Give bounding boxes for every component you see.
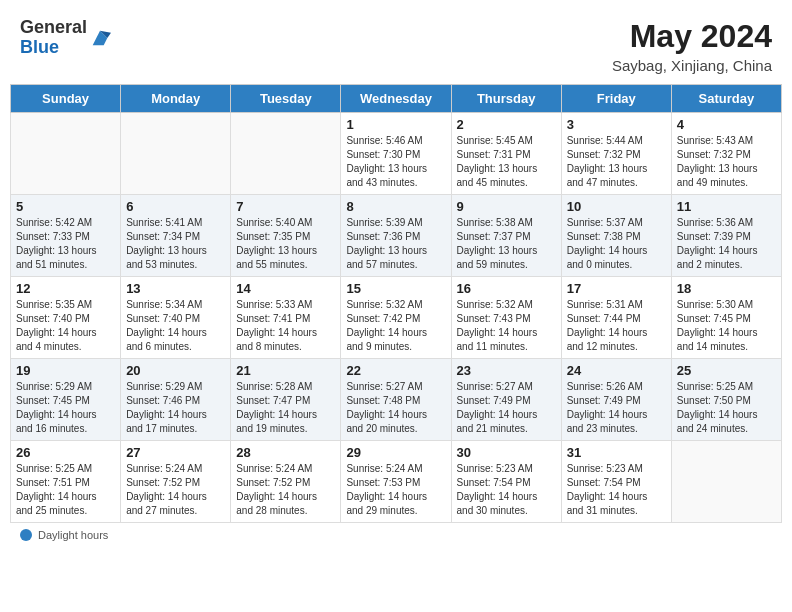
day-info: Sunrise: 5:24 AMSunset: 7:52 PMDaylight:…: [126, 462, 225, 518]
table-row: 11Sunrise: 5:36 AMSunset: 7:39 PMDayligh…: [671, 195, 781, 277]
day-number: 4: [677, 117, 776, 132]
day-info: Sunrise: 5:45 AMSunset: 7:31 PMDaylight:…: [457, 134, 556, 190]
table-row: 4Sunrise: 5:43 AMSunset: 7:32 PMDaylight…: [671, 113, 781, 195]
day-number: 26: [16, 445, 115, 460]
day-number: 9: [457, 199, 556, 214]
col-thursday: Thursday: [451, 85, 561, 113]
day-number: 19: [16, 363, 115, 378]
day-number: 12: [16, 281, 115, 296]
day-number: 3: [567, 117, 666, 132]
day-number: 1: [346, 117, 445, 132]
table-row: 3Sunrise: 5:44 AMSunset: 7:32 PMDaylight…: [561, 113, 671, 195]
day-info: Sunrise: 5:30 AMSunset: 7:45 PMDaylight:…: [677, 298, 776, 354]
calendar-week-row: 1Sunrise: 5:46 AMSunset: 7:30 PMDaylight…: [11, 113, 782, 195]
col-tuesday: Tuesday: [231, 85, 341, 113]
table-row: 2Sunrise: 5:45 AMSunset: 7:31 PMDaylight…: [451, 113, 561, 195]
table-row: 8Sunrise: 5:39 AMSunset: 7:36 PMDaylight…: [341, 195, 451, 277]
table-row: 18Sunrise: 5:30 AMSunset: 7:45 PMDayligh…: [671, 277, 781, 359]
table-row: 5Sunrise: 5:42 AMSunset: 7:33 PMDaylight…: [11, 195, 121, 277]
day-number: 17: [567, 281, 666, 296]
page-header: General Blue May 2024 Saybag, Xinjiang, …: [10, 10, 782, 78]
day-number: 8: [346, 199, 445, 214]
day-info: Sunrise: 5:39 AMSunset: 7:36 PMDaylight:…: [346, 216, 445, 272]
table-row: 30Sunrise: 5:23 AMSunset: 7:54 PMDayligh…: [451, 441, 561, 523]
day-info: Sunrise: 5:31 AMSunset: 7:44 PMDaylight:…: [567, 298, 666, 354]
table-row: [671, 441, 781, 523]
day-number: 13: [126, 281, 225, 296]
table-row: 23Sunrise: 5:27 AMSunset: 7:49 PMDayligh…: [451, 359, 561, 441]
table-row: 16Sunrise: 5:32 AMSunset: 7:43 PMDayligh…: [451, 277, 561, 359]
table-row: 22Sunrise: 5:27 AMSunset: 7:48 PMDayligh…: [341, 359, 451, 441]
day-info: Sunrise: 5:43 AMSunset: 7:32 PMDaylight:…: [677, 134, 776, 190]
col-monday: Monday: [121, 85, 231, 113]
day-number: 20: [126, 363, 225, 378]
day-info: Sunrise: 5:23 AMSunset: 7:54 PMDaylight:…: [567, 462, 666, 518]
table-row: [121, 113, 231, 195]
table-row: 25Sunrise: 5:25 AMSunset: 7:50 PMDayligh…: [671, 359, 781, 441]
day-number: 27: [126, 445, 225, 460]
day-info: Sunrise: 5:26 AMSunset: 7:49 PMDaylight:…: [567, 380, 666, 436]
table-row: 7Sunrise: 5:40 AMSunset: 7:35 PMDaylight…: [231, 195, 341, 277]
day-number: 29: [346, 445, 445, 460]
day-info: Sunrise: 5:29 AMSunset: 7:45 PMDaylight:…: [16, 380, 115, 436]
calendar-week-row: 5Sunrise: 5:42 AMSunset: 7:33 PMDaylight…: [11, 195, 782, 277]
table-row: 28Sunrise: 5:24 AMSunset: 7:52 PMDayligh…: [231, 441, 341, 523]
day-number: 31: [567, 445, 666, 460]
day-number: 23: [457, 363, 556, 378]
logo-general: General: [20, 17, 87, 37]
day-number: 14: [236, 281, 335, 296]
table-row: 21Sunrise: 5:28 AMSunset: 7:47 PMDayligh…: [231, 359, 341, 441]
day-number: 18: [677, 281, 776, 296]
table-row: 27Sunrise: 5:24 AMSunset: 7:52 PMDayligh…: [121, 441, 231, 523]
day-info: Sunrise: 5:46 AMSunset: 7:30 PMDaylight:…: [346, 134, 445, 190]
day-info: Sunrise: 5:27 AMSunset: 7:48 PMDaylight:…: [346, 380, 445, 436]
table-row: 9Sunrise: 5:38 AMSunset: 7:37 PMDaylight…: [451, 195, 561, 277]
day-info: Sunrise: 5:25 AMSunset: 7:50 PMDaylight:…: [677, 380, 776, 436]
day-number: 16: [457, 281, 556, 296]
day-info: Sunrise: 5:38 AMSunset: 7:37 PMDaylight:…: [457, 216, 556, 272]
logo: General Blue: [20, 18, 111, 58]
day-number: 15: [346, 281, 445, 296]
table-row: [231, 113, 341, 195]
col-saturday: Saturday: [671, 85, 781, 113]
day-info: Sunrise: 5:37 AMSunset: 7:38 PMDaylight:…: [567, 216, 666, 272]
day-info: Sunrise: 5:29 AMSunset: 7:46 PMDaylight:…: [126, 380, 225, 436]
day-number: 11: [677, 199, 776, 214]
day-info: Sunrise: 5:28 AMSunset: 7:47 PMDaylight:…: [236, 380, 335, 436]
table-row: 29Sunrise: 5:24 AMSunset: 7:53 PMDayligh…: [341, 441, 451, 523]
day-number: 28: [236, 445, 335, 460]
logo-blue: Blue: [20, 37, 59, 57]
table-row: 20Sunrise: 5:29 AMSunset: 7:46 PMDayligh…: [121, 359, 231, 441]
table-row: 24Sunrise: 5:26 AMSunset: 7:49 PMDayligh…: [561, 359, 671, 441]
day-info: Sunrise: 5:41 AMSunset: 7:34 PMDaylight:…: [126, 216, 225, 272]
day-info: Sunrise: 5:32 AMSunset: 7:42 PMDaylight:…: [346, 298, 445, 354]
daylight-dot: [20, 529, 32, 541]
day-info: Sunrise: 5:24 AMSunset: 7:53 PMDaylight:…: [346, 462, 445, 518]
day-info: Sunrise: 5:32 AMSunset: 7:43 PMDaylight:…: [457, 298, 556, 354]
table-row: 13Sunrise: 5:34 AMSunset: 7:40 PMDayligh…: [121, 277, 231, 359]
calendar-table: Sunday Monday Tuesday Wednesday Thursday…: [10, 84, 782, 523]
calendar-week-row: 26Sunrise: 5:25 AMSunset: 7:51 PMDayligh…: [11, 441, 782, 523]
day-number: 6: [126, 199, 225, 214]
table-row: [11, 113, 121, 195]
table-row: 1Sunrise: 5:46 AMSunset: 7:30 PMDaylight…: [341, 113, 451, 195]
table-row: 26Sunrise: 5:25 AMSunset: 7:51 PMDayligh…: [11, 441, 121, 523]
day-number: 2: [457, 117, 556, 132]
col-wednesday: Wednesday: [341, 85, 451, 113]
table-row: 31Sunrise: 5:23 AMSunset: 7:54 PMDayligh…: [561, 441, 671, 523]
month-year-title: May 2024: [612, 18, 772, 55]
daylight-label: Daylight hours: [38, 529, 108, 541]
day-info: Sunrise: 5:25 AMSunset: 7:51 PMDaylight:…: [16, 462, 115, 518]
day-info: Sunrise: 5:23 AMSunset: 7:54 PMDaylight:…: [457, 462, 556, 518]
day-number: 10: [567, 199, 666, 214]
title-block: May 2024 Saybag, Xinjiang, China: [612, 18, 772, 74]
day-info: Sunrise: 5:42 AMSunset: 7:33 PMDaylight:…: [16, 216, 115, 272]
day-number: 21: [236, 363, 335, 378]
col-sunday: Sunday: [11, 85, 121, 113]
calendar-week-row: 12Sunrise: 5:35 AMSunset: 7:40 PMDayligh…: [11, 277, 782, 359]
footer: Daylight hours: [10, 523, 782, 547]
day-info: Sunrise: 5:35 AMSunset: 7:40 PMDaylight:…: [16, 298, 115, 354]
day-info: Sunrise: 5:44 AMSunset: 7:32 PMDaylight:…: [567, 134, 666, 190]
day-number: 24: [567, 363, 666, 378]
table-row: 19Sunrise: 5:29 AMSunset: 7:45 PMDayligh…: [11, 359, 121, 441]
